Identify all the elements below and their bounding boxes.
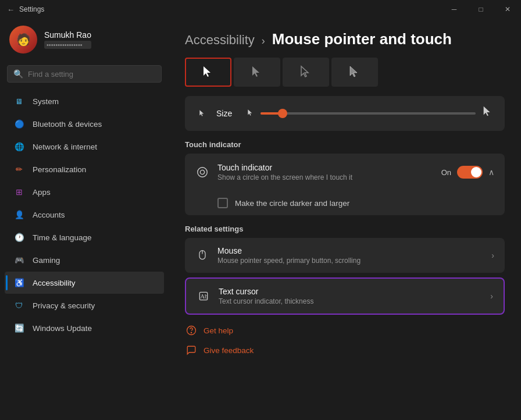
- sidebar-item-windows-update[interactable]: 🔄 Windows Update: [5, 317, 164, 339]
- sidebar-item-system[interactable]: 🖥 System: [5, 90, 164, 112]
- text-cursor-desc: Text cursor indicator, thickness: [219, 297, 482, 305]
- user-email: ••••••••••••••••: [44, 41, 91, 49]
- sidebar-item-label: Accessibility: [33, 279, 76, 287]
- size-slider-thumb[interactable]: [278, 109, 287, 118]
- pointer-card-1[interactable]: [185, 58, 231, 87]
- collapse-arrow-icon[interactable]: ∧: [488, 168, 494, 177]
- text-cursor-chevron-icon: ›: [490, 291, 493, 301]
- pointer-card-3[interactable]: [283, 58, 329, 87]
- text-cursor-text: Text cursor Text cursor indicator, thick…: [219, 287, 482, 305]
- search-icon: 🔍: [13, 69, 23, 79]
- size-label: Size: [216, 109, 240, 118]
- breadcrumb-arrow: ›: [262, 35, 265, 47]
- accessibility-icon: ♿: [14, 277, 24, 288]
- sidebar-item-personalization[interactable]: ✏ Personalization: [5, 158, 164, 180]
- touch-indicator-heading: Touch indicator: [185, 140, 505, 149]
- nav-list: 🖥 System 🔵 Bluetooth & devices 🌐 Network…: [0, 90, 169, 340]
- size-slider-track[interactable]: [260, 112, 476, 115]
- search-input[interactable]: [28, 70, 155, 79]
- user-name: Sumukh Rao: [44, 30, 91, 40]
- mouse-chevron-icon: ›: [491, 251, 494, 260]
- close-button[interactable]: ✕: [494, 0, 521, 19]
- maximize-button[interactable]: □: [468, 0, 494, 19]
- pointer-style-cards: [185, 58, 505, 87]
- accounts-icon: 👤: [14, 209, 24, 220]
- minimize-button[interactable]: ─: [441, 0, 468, 19]
- pointer-card-2[interactable]: [234, 58, 280, 87]
- sidebar-item-accessibility[interactable]: ♿ Accessibility: [5, 272, 164, 294]
- svg-point-7: [191, 332, 191, 333]
- mouse-desc: Mouse pointer speed, primary button, scr…: [217, 257, 483, 265]
- size-slider-container[interactable]: [247, 104, 494, 123]
- help-links: Get help Give feedback: [185, 324, 505, 357]
- touch-indicator-control: On ∧: [441, 166, 494, 179]
- sidebar-item-bluetooth[interactable]: 🔵 Bluetooth & devices: [5, 113, 164, 135]
- cursor-small-icon: [247, 108, 255, 120]
- windows-update-icon: 🔄: [14, 323, 24, 333]
- mouse-text: Mouse Mouse pointer speed, primary butto…: [217, 246, 483, 265]
- size-cursor-small-icon: [195, 106, 209, 120]
- time-icon: 🕐: [14, 232, 24, 243]
- touch-indicator-desc: Show a circle on the screen where I touc…: [217, 173, 433, 181]
- sidebar-item-label: Apps: [33, 188, 51, 197]
- text-cursor-label: Text cursor: [219, 287, 482, 296]
- mouse-row[interactable]: Mouse Mouse pointer speed, primary butto…: [185, 238, 505, 273]
- mouse-related-card: Mouse Mouse pointer speed, primary butto…: [185, 238, 505, 273]
- make-circle-row: Make the circle darker and larger: [185, 191, 505, 215]
- main-container: 🧑 Sumukh Rao •••••••••••••••• 🔍 🖥 System…: [0, 19, 521, 420]
- give-feedback-icon: [185, 344, 198, 357]
- make-circle-checkbox[interactable]: [217, 198, 228, 208]
- network-icon: 🌐: [14, 141, 24, 152]
- content-area: Accessibility › Mouse pointer and touch: [169, 19, 521, 420]
- mouse-label: Mouse: [217, 246, 483, 255]
- page-header: Accessibility › Mouse pointer and touch: [185, 30, 505, 48]
- sidebar-item-gaming[interactable]: 🎮 Gaming: [5, 249, 164, 271]
- pointer-card-4[interactable]: [331, 58, 378, 87]
- touch-indicator-row: Touch indicator Show a circle on the scr…: [185, 154, 505, 191]
- svg-point-0: [198, 168, 208, 177]
- touch-indicator-toggle[interactable]: [457, 166, 483, 179]
- related-settings-heading: Related settings: [185, 225, 505, 233]
- make-circle-label: Make the circle darker and larger: [235, 199, 349, 208]
- sidebar-item-time[interactable]: 🕐 Time & language: [5, 226, 164, 248]
- give-feedback-label: Give feedback: [204, 346, 254, 355]
- touch-indicator-label: Touch indicator: [217, 163, 433, 172]
- back-button[interactable]: ←: [7, 5, 15, 14]
- titlebar: ← Settings ─ □ ✕: [0, 0, 521, 19]
- text-cursor-related-card: Ab Text cursor Text cursor indicator, th…: [185, 277, 505, 315]
- sidebar-item-privacy[interactable]: 🛡 Privacy & security: [5, 294, 164, 316]
- sidebar-item-label: Privacy & security: [33, 301, 95, 310]
- search-box[interactable]: 🔍: [7, 65, 162, 83]
- text-cursor-icon: Ab: [197, 289, 210, 303]
- cursor-large-icon: [481, 104, 494, 123]
- sidebar-item-label: Windows Update: [33, 324, 92, 333]
- sidebar-item-apps[interactable]: ⊞ Apps: [5, 181, 164, 203]
- give-feedback-link[interactable]: Give feedback: [185, 344, 505, 357]
- get-help-icon: [185, 324, 198, 337]
- user-profile[interactable]: 🧑 Sumukh Rao ••••••••••••••••: [0, 19, 169, 63]
- toggle-knob: [471, 167, 481, 177]
- touch-indicator-icon: [195, 165, 209, 179]
- sidebar-item-accounts[interactable]: 👤 Accounts: [5, 204, 164, 226]
- get-help-label: Get help: [204, 326, 233, 335]
- user-info: Sumukh Rao ••••••••••••••••: [44, 30, 91, 49]
- apps-icon: ⊞: [14, 187, 24, 197]
- sidebar-item-label: Time & language: [33, 233, 92, 242]
- sidebar-item-label: System: [33, 97, 59, 106]
- touch-indicator-card: Touch indicator Show a circle on the scr…: [185, 154, 505, 215]
- page-title: Mouse pointer and touch: [272, 30, 452, 48]
- sidebar: 🧑 Sumukh Rao •••••••••••••••• 🔍 🖥 System…: [0, 19, 169, 420]
- breadcrumb[interactable]: Accessibility: [185, 33, 255, 48]
- avatar: 🧑: [9, 26, 37, 54]
- sidebar-item-label: Bluetooth & devices: [33, 120, 102, 129]
- privacy-icon: 🛡: [14, 300, 24, 311]
- text-cursor-row[interactable]: Ab Text cursor Text cursor indicator, th…: [186, 279, 504, 314]
- gaming-icon: 🎮: [14, 255, 24, 265]
- sidebar-item-label: Gaming: [33, 256, 60, 265]
- touch-indicator-text: Touch indicator Show a circle on the scr…: [217, 163, 433, 181]
- titlebar-title: Settings: [19, 5, 44, 13]
- sidebar-item-label: Personalization: [33, 165, 86, 174]
- get-help-link[interactable]: Get help: [185, 324, 505, 337]
- sidebar-item-network[interactable]: 🌐 Network & internet: [5, 136, 164, 158]
- sidebar-item-label: Network & internet: [33, 143, 97, 151]
